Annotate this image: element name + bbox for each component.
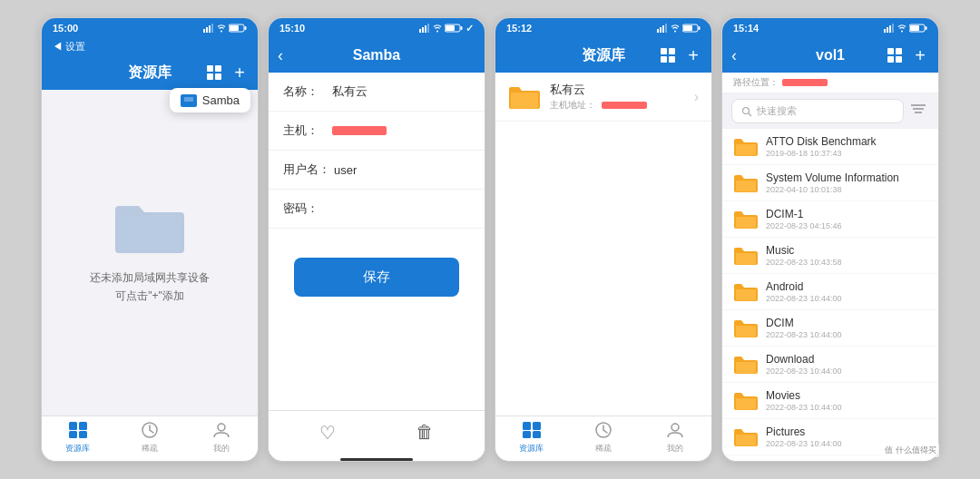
private-cloud-sub: 主机地址： bbox=[550, 99, 694, 112]
svg-rect-12 bbox=[184, 97, 193, 102]
private-cloud-name: 私有云 bbox=[550, 82, 694, 98]
library-tab-icon bbox=[69, 422, 87, 441]
svg-rect-10 bbox=[215, 73, 221, 80]
field-name: 名称： 私有云 bbox=[269, 73, 485, 112]
screen4-back[interactable]: ‹ bbox=[731, 46, 737, 65]
svg-rect-41 bbox=[523, 431, 531, 438]
file-name: DCIM bbox=[766, 317, 927, 329]
file-info: Download 2022-08-23 10:44:00 bbox=[766, 353, 927, 376]
save-button[interactable]: 保存 bbox=[294, 258, 459, 297]
tab-mine3[interactable]: 我的 bbox=[640, 422, 711, 457]
signal-icon3 bbox=[657, 24, 668, 33]
screen4-nav-right: + bbox=[886, 46, 929, 64]
screen1-library-empty: 15:00 ◀ 设置 资源库 + bbox=[41, 17, 259, 462]
add-icon[interactable]: + bbox=[230, 64, 249, 82]
wifi-icon bbox=[217, 24, 226, 33]
signal-icon2 bbox=[419, 24, 430, 33]
svg-rect-17 bbox=[69, 431, 77, 438]
svg-rect-1 bbox=[206, 27, 208, 33]
folder-icon-file bbox=[733, 391, 759, 411]
mine-tab-icon3 bbox=[666, 422, 684, 441]
signal-icon bbox=[203, 24, 214, 33]
svg-rect-26 bbox=[461, 26, 463, 30]
add-icon4[interactable]: + bbox=[911, 46, 929, 64]
wifi-icon2 bbox=[433, 24, 442, 33]
list-item[interactable]: System Volume Information 2022-04-10 10:… bbox=[722, 165, 938, 201]
private-cloud-item[interactable]: 私有云 主机地址： › bbox=[495, 73, 711, 122]
screen2-status-icons: ✓ bbox=[419, 23, 474, 34]
folder-icon-file bbox=[733, 318, 759, 338]
sort-icon[interactable] bbox=[907, 103, 929, 120]
folder-icon-file bbox=[733, 246, 759, 266]
recent-tab-icon bbox=[141, 422, 159, 441]
screen1-back[interactable]: ◀ 设置 bbox=[53, 40, 85, 54]
screen1-time: 15:00 bbox=[53, 23, 78, 34]
tab-library[interactable]: 资源库 bbox=[42, 422, 113, 457]
svg-rect-37 bbox=[661, 56, 667, 63]
field-user-value[interactable]: user bbox=[334, 163, 357, 177]
field-host-value-redacted[interactable] bbox=[332, 126, 387, 135]
svg-rect-53 bbox=[896, 48, 902, 54]
screen2-back[interactable]: ‹ bbox=[278, 46, 283, 65]
file-name: System Volume Information bbox=[766, 171, 927, 184]
breadcrumb-label: 路径位置： bbox=[733, 76, 779, 89]
screen2-title: Samba bbox=[353, 47, 400, 64]
samba-dropdown[interactable]: Samba bbox=[170, 88, 250, 112]
folder-icon-file bbox=[733, 282, 759, 302]
empty-state: 还未添加局域网共享设备 可点击"+"添加 bbox=[42, 90, 258, 415]
list-item[interactable]: Music 2022-08-23 10:43:58 bbox=[722, 238, 938, 274]
grid-icon3[interactable] bbox=[659, 46, 677, 64]
battery-icon4 bbox=[909, 24, 927, 33]
file-date: 2022-08-23 10:44:00 bbox=[766, 294, 927, 303]
svg-rect-54 bbox=[887, 56, 894, 63]
svg-rect-39 bbox=[523, 422, 531, 430]
svg-rect-2 bbox=[209, 25, 211, 33]
field-pass-label: 密码： bbox=[283, 200, 328, 217]
tab-mine[interactable]: 我的 bbox=[186, 422, 258, 457]
file-name: Pictures bbox=[766, 425, 927, 438]
search-input-wrapper[interactable]: 快速搜索 bbox=[731, 99, 904, 123]
svg-rect-16 bbox=[79, 422, 87, 430]
list-item[interactable]: ATTO Disk Benchmark 2019-08-18 10:37:43 bbox=[722, 129, 938, 165]
svg-rect-29 bbox=[660, 27, 662, 33]
field-name-value[interactable]: 私有云 bbox=[332, 83, 368, 100]
search-placeholder: 快速搜索 bbox=[757, 104, 797, 118]
favorite-icon[interactable]: ♡ bbox=[319, 422, 336, 444]
svg-rect-7 bbox=[207, 65, 213, 72]
screen4-navbar: ‹ vol1 + bbox=[722, 38, 938, 73]
file-info: DCIM-1 2022-08-23 04:15:46 bbox=[766, 208, 927, 230]
tab-recent3[interactable]: 稀疏 bbox=[567, 422, 639, 457]
file-name: Download bbox=[766, 353, 927, 366]
file-name: Movies bbox=[766, 389, 927, 402]
screen3-library-folder: 15:12 资源库 + bbox=[495, 17, 712, 462]
screen4-time: 15:14 bbox=[733, 23, 759, 34]
screen2-status-bar: 15:10 ✓ bbox=[269, 18, 485, 38]
add-icon3[interactable]: + bbox=[684, 46, 702, 64]
screen3-nav-right: + bbox=[659, 46, 702, 64]
screen1-title: 资源库 bbox=[128, 64, 172, 83]
screen3-navbar: 资源库 + bbox=[495, 38, 711, 73]
file-info: DCIM 2022-08-23 10:44:00 bbox=[766, 317, 927, 339]
breadcrumb-path-redacted bbox=[782, 79, 828, 86]
file-date: 2022-08-23 10:44:00 bbox=[766, 403, 927, 412]
svg-point-20 bbox=[218, 424, 225, 431]
svg-rect-36 bbox=[669, 48, 675, 54]
file-name: Android bbox=[766, 280, 927, 293]
grid-icon[interactable] bbox=[205, 64, 223, 82]
tab-recent[interactable]: 稀疏 bbox=[113, 422, 185, 457]
list-item[interactable]: Download 2022-08-23 10:44:00 bbox=[722, 347, 938, 383]
list-item[interactable]: Movies 2022-08-23 10:44:00 bbox=[722, 383, 938, 419]
tab-library-label: 资源库 bbox=[65, 443, 90, 455]
field-user-label: 用户名： bbox=[283, 161, 330, 178]
svg-rect-48 bbox=[892, 24, 894, 33]
samba-label[interactable]: Samba bbox=[202, 93, 240, 107]
grid-icon4[interactable] bbox=[886, 46, 904, 64]
list-item[interactable]: DCIM 2022-08-23 10:44:00 bbox=[722, 310, 938, 347]
tab-mine-label: 我的 bbox=[213, 443, 230, 455]
tab-library3[interactable]: 资源库 bbox=[495, 422, 567, 457]
folder-icon-file bbox=[733, 137, 759, 157]
list-item[interactable]: DCIM-1 2022-08-23 04:15:46 bbox=[722, 201, 938, 238]
search-icon bbox=[741, 106, 752, 117]
delete-icon[interactable]: 🗑 bbox=[416, 422, 434, 444]
list-item[interactable]: Android 2022-08-23 10:44:00 bbox=[722, 274, 938, 310]
